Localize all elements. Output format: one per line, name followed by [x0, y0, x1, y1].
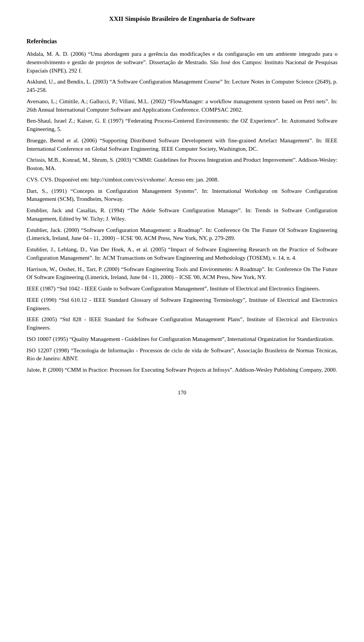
ref-ieee1987: IEEE (1987) “Std 1042 - IEEE Guide to So…	[27, 285, 337, 293]
ref-bruegge-text: Bruegge, Bernd et al. (2006) “Supporting…	[27, 137, 337, 152]
ref-ieee2005: IEEE (2005) “Std 828 - IEEE Standard for…	[27, 315, 337, 332]
ref-asklund-text: Asklund, U., and Bendix, L. (2003) “A So…	[27, 79, 337, 93]
ref-asklund: Asklund, U., and Bendix, L. (2003) “A So…	[27, 78, 337, 95]
ref-abdala-text: Abdala, M. A. D. (2006) “Uma abordagem p…	[27, 51, 337, 74]
ref-dart-text: Dart, S., (1991) “Concepts in Configurat…	[27, 188, 337, 202]
ref-estublier2005: Estublier, J., Leblang, D., Van Der Hoek…	[27, 246, 337, 262]
ref-iso10007-text: ISO 10007 (1995) “Quality Management - G…	[27, 336, 334, 342]
ref-dart: Dart, S., (1991) “Concepts in Configurat…	[27, 187, 337, 204]
ref-aversano-text: Aversano, L.; Cimitile, A.; Gallucci, P.…	[27, 98, 337, 113]
section-heading: Referências	[27, 38, 337, 45]
ref-bruegge: Bruegge, Bernd et al. (2006) “Supporting…	[27, 137, 337, 153]
ref-iso10007: ISO 10007 (1995) “Quality Management - G…	[27, 335, 337, 344]
ref-ieee1990: IEEE (1990) “Std 610.12 - IEEE Standard …	[27, 296, 337, 313]
ref-estublier2005-text: Estublier, J., Leblang, D., Van Der Hoek…	[27, 246, 337, 261]
ref-jalote-text: Jalote, P. (2000) “CMM in Practice: Proc…	[27, 367, 337, 373]
ref-iso12207-text: ISO 12207 (1998) “Tecnologia de Informaç…	[27, 347, 337, 362]
ref-aversano: Aversano, L.; Cimitile, A.; Gallucci, P.…	[27, 98, 337, 114]
page-number: 170	[27, 390, 337, 396]
ref-benshaul: Ben-Shaul, Israel Z.; Kaiser, G. E (1997…	[27, 117, 337, 134]
ref-ieee1987-text: IEEE (1987) “Std 1042 - IEEE Guide to So…	[27, 286, 320, 292]
ref-harrison: Harrison, W., Ossher, H., Tarr, P. (2000…	[27, 265, 337, 282]
ref-estublier1994: Estublier, Jack and Casallas, R. (1994) …	[27, 207, 337, 223]
ref-cvs: CVS. CVS. Disponível em: http://ximbiot.…	[27, 176, 337, 184]
ref-jalote: Jalote, P. (2000) “CMM in Practice: Proc…	[27, 366, 337, 374]
ref-harrison-text: Harrison, W., Ossher, H., Tarr, P. (2000…	[27, 266, 337, 281]
ref-chrissis: Chrissis, M.B., Konrad, M., Shrum, S. (2…	[27, 156, 337, 173]
ref-cvs-text: CVS. CVS. Disponível em: http://ximbiot.…	[27, 177, 219, 183]
ref-estublier2000-text: Estublier, Jack. (2000) “Software Config…	[27, 227, 337, 241]
ref-abdala: Abdala, M. A. D. (2006) “Uma abordagem p…	[27, 50, 337, 75]
ref-chrissis-text: Chrissis, M.B., Konrad, M., Shrum, S. (2…	[27, 157, 337, 171]
ref-estublier1994-text: Estublier, Jack and Casallas, R. (1994) …	[27, 207, 337, 222]
ref-estublier2000: Estublier, Jack. (2000) “Software Config…	[27, 226, 337, 243]
references-list: Abdala, M. A. D. (2006) “Uma abordagem p…	[27, 50, 337, 374]
page-title: XXII Simpósio Brasileiro de Engenharia d…	[27, 15, 337, 23]
ref-iso12207: ISO 12207 (1998) “Tecnologia de Informaç…	[27, 347, 337, 363]
ref-ieee1990-text: IEEE (1990) “Std 610.12 - IEEE Standard …	[27, 297, 337, 311]
ref-benshaul-text: Ben-Shaul, Israel Z.; Kaiser, G. E (1997…	[27, 118, 337, 132]
ref-ieee2005-text: IEEE (2005) “Std 828 - IEEE Standard for…	[27, 316, 337, 331]
